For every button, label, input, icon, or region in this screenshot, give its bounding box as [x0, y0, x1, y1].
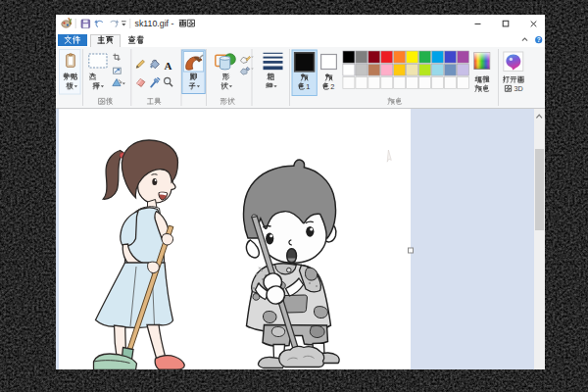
svg-text:?: ?: [537, 36, 541, 43]
svg-text:2: 2: [330, 82, 334, 91]
svg-text:3D: 3D: [514, 84, 522, 93]
svg-text:sk110.gif -: sk110.gif -: [135, 19, 174, 28]
svg-text:A: A: [165, 60, 172, 72]
svg-text:1: 1: [306, 82, 310, 91]
